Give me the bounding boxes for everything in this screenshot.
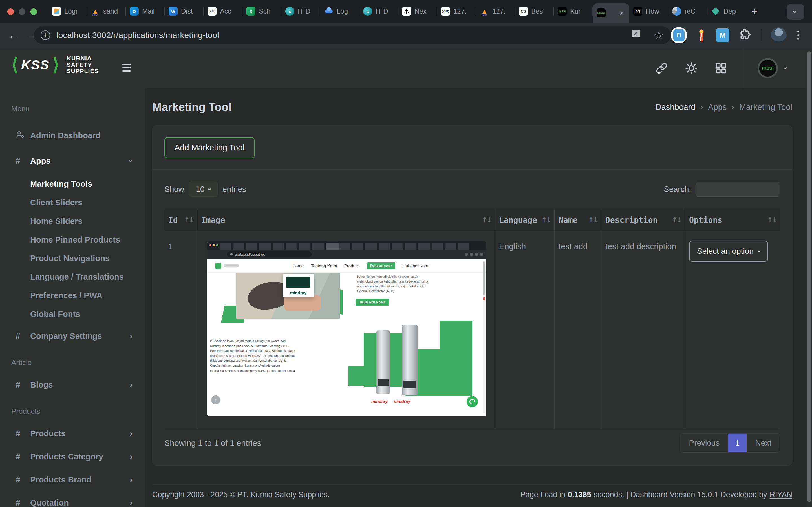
developer-link[interactable]: RIYAN (769, 490, 792, 499)
load-time: 0.1385 (568, 490, 591, 499)
browser-tab[interactable]: ⟨KIM⟩127. (437, 2, 476, 20)
sidebar-item-home-pinned-products[interactable]: Home Pinned Products (0, 230, 145, 249)
lighthouse-extension-icon[interactable] (697, 29, 706, 41)
tab-overflow-button[interactable]: › (786, 4, 804, 20)
chevron-right-icon: › (130, 452, 133, 461)
browser-tab[interactable]: XSch (243, 2, 281, 20)
column-header-id[interactable]: Id↑↓ (164, 209, 197, 231)
sort-icon: ↑↓ (482, 216, 491, 224)
address-bar[interactable]: i localhost:3002/r/applications/marketin… (34, 26, 671, 44)
search-input[interactable] (696, 182, 780, 196)
table-info-text: Showing 1 to 1 of 1 entries (164, 439, 261, 448)
breadcrumb-apps[interactable]: Apps (708, 103, 726, 112)
hash-icon: # (15, 429, 30, 438)
url-text: localhost:3002/r/applications/marketing-… (56, 31, 219, 40)
cell-description: test add description (601, 231, 685, 429)
chevron-right-icon: › (732, 103, 734, 112)
translate-icon[interactable]: A (632, 30, 644, 41)
close-tab-icon[interactable]: × (618, 9, 625, 17)
browser-tab[interactable]: ▲PMA127. (476, 2, 515, 20)
sidebar-item-preferences-pwa[interactable]: Preferences / PWA (0, 286, 145, 305)
browser-profile-avatar[interactable] (771, 27, 786, 43)
openai-favicon-icon (402, 7, 411, 16)
browser-tab[interactable]: Log (320, 2, 359, 20)
loginex-favicon-icon (52, 7, 61, 16)
theme-toggle-sun-icon[interactable] (684, 61, 698, 75)
shot-site-navbar: Home Tentang Kami Produk▾ Resources▾ Hub… (207, 259, 486, 273)
sidebar-item-products[interactable]: # Products › (0, 425, 145, 442)
active-browser-tab[interactable]: ⟨KSS⟩× (593, 3, 629, 22)
kss-favicon-icon: ⟨KSS⟩ (597, 8, 606, 17)
minimize-window-button[interactable] (19, 8, 26, 15)
browser-tab[interactable]: ⟨KTI⟩Acc (204, 2, 242, 20)
page-title: Marketing Tool (152, 101, 232, 114)
window-controls (7, 8, 37, 15)
new-tab-button[interactable]: + (751, 6, 757, 16)
column-header-description[interactable]: Description↑↓ (601, 209, 685, 231)
back-button[interactable]: ← (8, 29, 18, 41)
browser-tab[interactable]: CbBes (515, 2, 553, 20)
pagination-page-1[interactable]: 1 (728, 434, 747, 452)
column-header-language[interactable]: Language↑↓ (495, 209, 554, 231)
browser-tab[interactable]: Nex (398, 2, 437, 20)
chevron-right-icon: › (130, 429, 133, 438)
sort-icon: ↑↓ (767, 216, 776, 224)
sidebar-item-apps[interactable]: # Apps › (0, 152, 145, 170)
chevron-down-icon: › (127, 159, 135, 162)
browser-tab[interactable]: WDist (165, 2, 203, 20)
kss-logo[interactable]: ⟨ KSS ⟩ KURNIA SAFETY SUPPLIES (11, 55, 99, 74)
share-link-icon[interactable] (655, 62, 668, 75)
shot-tab-strip (207, 241, 486, 249)
browser-tab[interactable]: reC (668, 2, 707, 20)
site-info-icon[interactable]: i (41, 31, 50, 40)
shot-scrollbar (483, 261, 485, 413)
apps-grid-icon[interactable] (714, 62, 727, 75)
extension-fi-icon[interactable]: FI (671, 27, 687, 43)
browser-tab[interactable]: MHow (629, 2, 668, 20)
row-options-select[interactable]: Select an option › (689, 241, 768, 262)
word-favicon-icon: W (168, 7, 177, 16)
sidebar-item-client-sliders[interactable]: Client Sliders (0, 193, 145, 212)
sidebar-item-company-settings[interactable]: # Company Settings › (0, 327, 145, 345)
sidebar-item-admin-dashboard[interactable]: Admin Dashboard (0, 127, 145, 144)
bookmark-star-icon[interactable]: ☆ (654, 30, 664, 41)
browser-tab[interactable]: ▲PMAsand (87, 2, 125, 20)
sidebar-item-products-category[interactable]: # Products Category › (0, 448, 145, 465)
sidebar-item-product-navigations[interactable]: Product Navigations (0, 249, 145, 268)
recaptcha-favicon-icon (672, 7, 681, 16)
user-menu[interactable]: ⟨KSS⟩ › (744, 48, 787, 88)
extensions-puzzle-icon[interactable] (739, 29, 751, 42)
column-header-name[interactable]: Name↑↓ (554, 209, 601, 231)
zoom-window-button[interactable] (31, 8, 37, 15)
m-extension-icon[interactable]: M (716, 29, 729, 42)
shot-whatsapp-icon (467, 396, 478, 407)
page-scrollbar[interactable] (806, 48, 812, 507)
browser-menu-icon[interactable] (796, 30, 800, 41)
kim-favicon-icon: ⟨KIM⟩ (441, 7, 450, 16)
column-header-options[interactable]: Options↑↓ (685, 209, 780, 231)
close-window-button[interactable] (7, 8, 14, 15)
pagination-previous[interactable]: Previous (680, 434, 728, 452)
breadcrumb-dashboard[interactable]: Dashboard (656, 103, 696, 112)
browser-tab[interactable]: Logi (48, 2, 87, 20)
browser-tab[interactable]: OMail (126, 2, 164, 20)
column-header-image[interactable]: Image↑↓ (197, 209, 495, 231)
sidebar-item-blogs[interactable]: # Blogs › (0, 376, 145, 393)
sidebar-item-global-fonts[interactable]: Global Fonts (0, 305, 145, 323)
sidebar-item-products-brand[interactable]: # Products Brand › (0, 471, 145, 489)
browser-tab[interactable]: sIT D (282, 2, 320, 20)
sidebar-item-home-sliders[interactable]: Home Sliders (0, 212, 145, 230)
sidebar-item-language-translations[interactable]: Language / Translations (0, 268, 145, 286)
chevron-right-icon: › (130, 498, 133, 507)
sidebar-item-quotation[interactable]: # Quotation › (0, 494, 145, 507)
sidebar-toggle-icon[interactable] (122, 64, 131, 71)
pagination-next[interactable]: Next (747, 434, 780, 452)
add-marketing-tool-button[interactable]: Add Marketing Tool (164, 137, 255, 158)
sharepoint-favicon-icon: s (285, 7, 294, 16)
admin-user-gear-icon (15, 130, 30, 142)
page-size-select[interactable]: 10 › (189, 182, 218, 196)
sidebar-item-marketing-tools[interactable]: Marketing Tools (0, 175, 145, 193)
browser-tab[interactable]: Dep (707, 2, 746, 20)
browser-tab[interactable]: sIT D (359, 2, 398, 20)
browser-tab[interactable]: ⟨KSS⟩Kur (554, 2, 592, 20)
